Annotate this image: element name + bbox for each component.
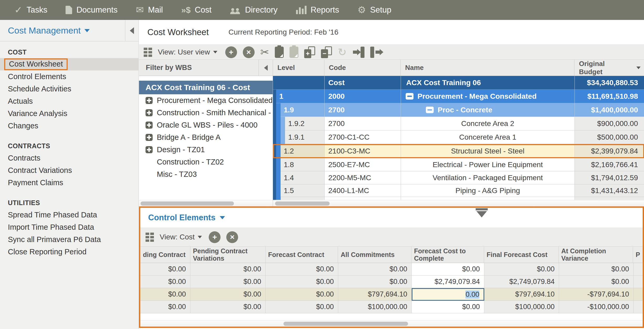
- control-row[interactable]: $0.00 $0.00 $0.00 $100,000.00 $0.00 $100…: [140, 301, 643, 313]
- sidebar-item-contract-variations[interactable]: Contract Variations: [0, 164, 138, 177]
- grid-horizontal-scrollbar[interactable]: [273, 200, 644, 206]
- editable-cell[interactable]: $2,749,079.84: [412, 276, 484, 288]
- expand-plus-icon[interactable]: [146, 122, 153, 129]
- panel-collapse-button[interactable]: [475, 208, 488, 217]
- export-icon[interactable]: [370, 47, 382, 58]
- table-row[interactable]: 1.4 2200-M5-MC Ventilation - Packaged Eq…: [273, 171, 644, 184]
- wbs-node[interactable]: Construction - TZ02: [139, 156, 273, 168]
- expand-plus-icon[interactable]: [146, 109, 153, 116]
- sidebar-collapse-button[interactable]: [125, 20, 138, 41]
- table-row[interactable]: 1.9.2 2700 Concrete Area 2 $900,000.00: [273, 117, 644, 130]
- add-row-button[interactable]: +: [225, 46, 237, 58]
- column-header-original-budget[interactable]: Original Budget: [575, 60, 644, 76]
- copy-remove-icon[interactable]: [321, 46, 332, 58]
- control-panel-toolbar: View: Cost + ×: [140, 228, 643, 246]
- add-button[interactable]: +: [209, 231, 221, 243]
- wbs-horizontal-scrollbar[interactable]: [139, 200, 273, 206]
- sidebar-item-schedule-activities[interactable]: Schedule Activities: [0, 83, 138, 95]
- column-header-forecast-cost-to-complete[interactable]: Forecast Cost to Complete: [411, 246, 484, 263]
- sidebar-item-import-time-phased[interactable]: Import Time Phased Data: [0, 221, 138, 233]
- sidebar-item-changes[interactable]: Changes: [0, 120, 138, 132]
- nav-tab-mail[interactable]: ✉ Mail: [136, 5, 163, 15]
- sidebar-item-contracts[interactable]: Contracts: [0, 152, 138, 164]
- nav-tab-setup[interactable]: ⚙ Setup: [357, 5, 391, 15]
- column-menu-icon[interactable]: [636, 67, 641, 69]
- table-row[interactable]: 1.9.1 2700-C1-CC Concerete Area 1 $500,0…: [273, 130, 644, 144]
- wbs-root-selected[interactable]: ACX Cost Training 06 - Cost: [139, 81, 273, 94]
- editable-cell[interactable]: $0.00: [412, 301, 484, 313]
- control-panel-header: Control Elements: [140, 208, 643, 228]
- column-header-at-completion-variance[interactable]: At Completion Variance: [559, 246, 633, 263]
- column-header-code[interactable]: Code: [324, 60, 401, 76]
- control-panel-title-dropdown[interactable]: Control Elements: [148, 213, 225, 222]
- nav-tab-reports[interactable]: Reports: [296, 5, 339, 15]
- nav-tab-cost[interactable]: »$ Cost: [181, 5, 211, 15]
- table-row[interactable]: 1.8 2500-E7-MC Electrical - Power Line E…: [273, 158, 644, 171]
- column-header-all-commitments[interactable]: All Commitments: [338, 246, 411, 263]
- wbs-collapse-button[interactable]: [259, 60, 273, 76]
- control-horizontal-scrollbar[interactable]: [140, 320, 643, 327]
- paste-icon[interactable]: [275, 47, 284, 58]
- expand-plus-icon[interactable]: [146, 146, 153, 153]
- module-switcher[interactable]: Cost Management: [8, 25, 90, 36]
- column-header-clipped[interactable]: P: [633, 246, 643, 263]
- view-dropdown[interactable]: View: User view: [158, 48, 217, 56]
- view-grid-icon[interactable]: [144, 48, 152, 57]
- copy-add-icon[interactable]: [304, 46, 315, 58]
- sidebar-item-payment-claims[interactable]: Payment Claims: [0, 177, 138, 189]
- active-edit-cell[interactable]: 0.00: [412, 288, 484, 301]
- collapse-minus-icon[interactable]: [426, 107, 434, 113]
- cell: $797,694.10: [484, 288, 559, 301]
- nav-tab-tasks[interactable]: ✓ Tasks: [14, 5, 47, 15]
- table-row[interactable]: 1.9 2700 Proc - Concrete $1,400,000.00: [273, 103, 644, 117]
- delete-button[interactable]: ×: [226, 231, 238, 243]
- scrollbar-thumb[interactable]: [275, 201, 330, 206]
- column-header-forecast-contract[interactable]: Forecast Contract: [266, 246, 338, 263]
- check-icon: ✓: [14, 5, 22, 15]
- chevron-down-icon: [213, 51, 217, 53]
- control-row[interactable]: $0.00 $0.00 $0.00 $0.00 $0.00 $0.00 $0.0…: [140, 263, 643, 276]
- cell: [634, 276, 643, 288]
- wbs-node[interactable]: Procurement - Mega Consolidated - 2: [139, 94, 273, 107]
- nav-tab-directory[interactable]: Directory: [230, 5, 278, 15]
- scrollbar-thumb[interactable]: [283, 322, 408, 326]
- sidebar-item-actuals[interactable]: Actuals: [0, 95, 138, 107]
- column-header-pending-contract-variations[interactable]: Pending Contract Variations: [190, 246, 266, 263]
- table-row-root[interactable]: Cost ACX Cost Training 06 $34,340,880.53: [273, 76, 644, 90]
- sidebar-item-sync-p6[interactable]: Sync all Primavera P6 Data: [0, 233, 138, 246]
- wbs-node[interactable]: Design - TZ01: [139, 144, 273, 156]
- wbs-node[interactable]: Misc - TZ03: [139, 168, 273, 180]
- editable-cell[interactable]: $0.00: [412, 263, 484, 276]
- wbs-node-label: Oracle GL WBS - Piles - 4000: [157, 121, 257, 129]
- control-row[interactable]: $0.00 $0.00 $0.00 $0.00 $2,749,079.84 $2…: [140, 276, 643, 288]
- column-header-final-forecast-cost[interactable]: Final Forecast Cost: [484, 246, 559, 263]
- sidebar-item-cost-worksheet[interactable]: Cost Worksheet: [0, 58, 138, 70]
- wbs-node[interactable]: Construction - Smith Mechanical - 30: [139, 107, 273, 119]
- collapse-minus-icon[interactable]: [406, 93, 414, 100]
- scrollbar-thumb[interactable]: [141, 201, 234, 206]
- wbs-node[interactable]: Oracle GL WBS - Piles - 4000: [139, 119, 273, 131]
- view-grid-icon[interactable]: [146, 233, 154, 242]
- column-header-name[interactable]: Name: [401, 60, 575, 76]
- table-row-selected[interactable]: 1.2 2100-C3-MC Structural Steel - Steel …: [273, 144, 644, 158]
- import-icon[interactable]: [352, 47, 364, 58]
- cut-icon[interactable]: ✂: [260, 47, 269, 57]
- sidebar-item-close-reporting-period[interactable]: Close Reporting Period: [0, 246, 138, 258]
- table-row[interactable]: 1 2000 Procurement - Mega Consolidated $…: [273, 90, 644, 103]
- expand-plus-icon[interactable]: [146, 134, 153, 141]
- nav-tab-documents[interactable]: Documents: [66, 5, 117, 15]
- control-row-selected[interactable]: $0.00 $0.00 $0.00 $797,694.10 0.00 $797,…: [140, 288, 643, 301]
- cell: $100,000.00: [484, 301, 559, 313]
- level-cell: 1.5: [281, 184, 324, 197]
- sidebar-item-spread-time-phased[interactable]: Spread Time Phased Data: [0, 209, 138, 221]
- table-row[interactable]: 1.5 2400-L1-MC Piping - A&G Piping $1,43…: [273, 184, 644, 197]
- sidebar-item-variance-analysis[interactable]: Variance Analysis: [0, 107, 138, 120]
- column-header-pending-contract-clipped[interactable]: ding Contract: [140, 246, 190, 263]
- expand-plus-icon[interactable]: [146, 97, 153, 104]
- sidebar-item-control-elements[interactable]: Control Elements: [0, 70, 138, 83]
- wbs-node[interactable]: Bridge A - Bridge A: [139, 131, 273, 144]
- control-view-dropdown[interactable]: View: Cost: [160, 233, 202, 241]
- column-header-level[interactable]: Level: [273, 60, 324, 76]
- nav-label: Setup: [370, 5, 391, 15]
- delete-row-button[interactable]: ×: [243, 46, 255, 58]
